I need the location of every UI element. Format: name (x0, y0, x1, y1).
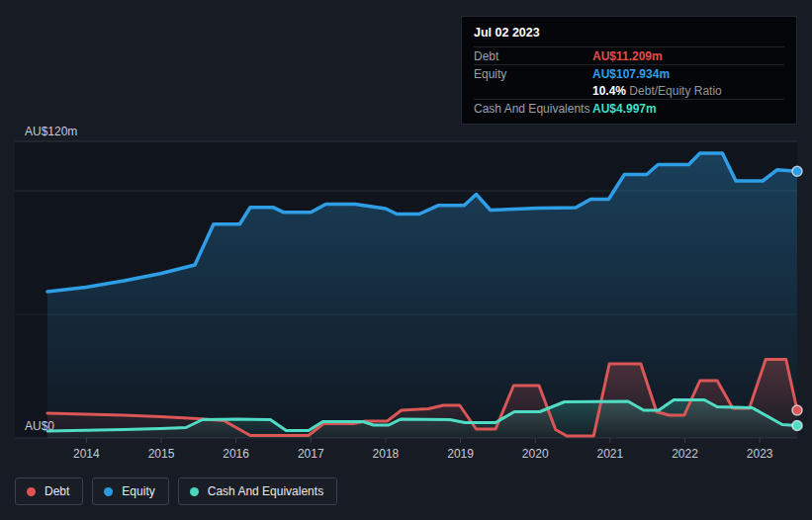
tooltip-debt-label: Debt (474, 49, 592, 63)
legend-item-debt[interactable]: Debt (15, 477, 83, 505)
x-axis-year-label-2022: 2022 (664, 447, 707, 461)
legend-label: Equity (122, 484, 154, 498)
x-axis-year-label-2020: 2020 (513, 447, 557, 461)
legend-label: Cash And Equivalents (208, 484, 323, 498)
x-axis-year-label-2021: 2021 (588, 447, 632, 461)
tooltip-debt-value: AU$11.209m (592, 49, 663, 63)
tooltip-equity-value: AU$107.934m (592, 67, 670, 81)
legend-item-equity[interactable]: Equity (92, 477, 168, 505)
equity-end-marker (792, 166, 802, 176)
legend-label: Debt (45, 484, 69, 498)
chart-tooltip: Jul 02 2023 Debt AU$11.209m Equity AU$10… (461, 16, 797, 125)
x-axis-year-label-2018: 2018 (364, 447, 407, 461)
x-axis-year-label-2015: 2015 (139, 447, 183, 461)
x-axis-year-label-2019: 2019 (439, 447, 483, 461)
tooltip-ratio-value: 10.4% (592, 84, 626, 98)
y-axis-label-zero: AU$0 (25, 419, 54, 433)
legend-item-cash-and-equivalents[interactable]: Cash And Equivalents (178, 477, 337, 505)
x-axis-year-label-2023: 2023 (738, 447, 781, 461)
tooltip-row-ratio: 10.4% Debt/Equity Ratio (474, 82, 784, 100)
x-axis-year-label-2017: 2017 (289, 447, 332, 461)
debt-equity-history-chart: AU$120m AU$0 201420152016201720182019202… (0, 0, 812, 520)
legend-dot-icon (27, 487, 36, 496)
tooltip-ratio-label: Debt/Equity Ratio (626, 84, 722, 98)
cash-and-equivalents-end-marker (792, 421, 802, 431)
tooltip-cash-value: AU$4.997m (592, 102, 657, 116)
tooltip-equity-label: Equity (474, 67, 592, 81)
debt-end-marker (792, 405, 802, 415)
tooltip-date: Jul 02 2023 (474, 24, 784, 47)
legend-dot-icon (190, 487, 199, 496)
legend-dot-icon (104, 487, 113, 496)
chart-legend: DebtEquityCash And Equivalents (15, 477, 337, 505)
tooltip-row-debt: Debt AU$11.209m (474, 47, 784, 65)
tooltip-cash-label: Cash And Equivalents (474, 102, 592, 116)
x-axis-year-label-2016: 2016 (215, 447, 258, 461)
y-axis-label-max: AU$120m (25, 125, 77, 138)
tooltip-row-cash: Cash And Equivalents AU$4.997m (474, 100, 784, 117)
x-axis-year-label-2014: 2014 (64, 447, 108, 461)
tooltip-row-equity: Equity AU$107.934m (474, 65, 784, 82)
